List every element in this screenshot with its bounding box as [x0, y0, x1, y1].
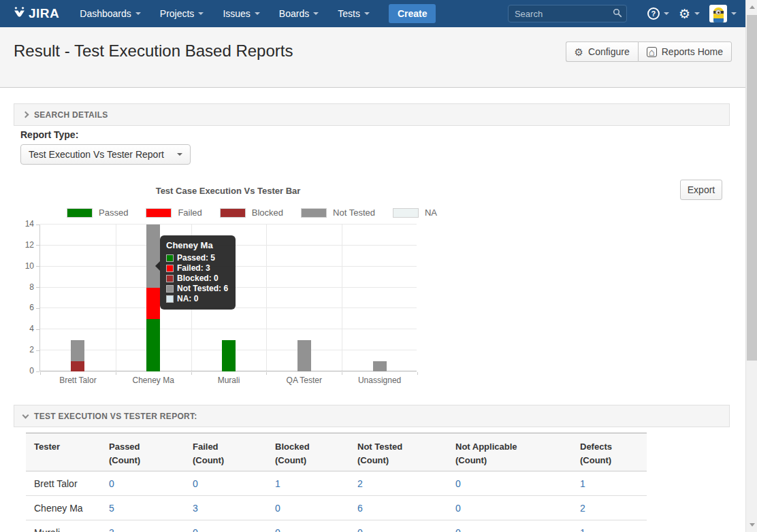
count-link[interactable]: 2: [580, 503, 585, 514]
x-axis-tick: [266, 372, 267, 375]
count-link[interactable]: 6: [357, 503, 363, 514]
nav-item-dashboards[interactable]: Dashboards: [70, 0, 150, 27]
not-tested-swatch: [301, 208, 327, 218]
x-axis-category-label: QA Tester: [266, 376, 342, 385]
count-link[interactable]: 3: [193, 503, 198, 514]
tooltip-arrow-icon: [155, 261, 160, 271]
export-button[interactable]: Export: [680, 180, 722, 200]
report-type-select[interactable]: Test Execution Vs Tester Report: [20, 144, 191, 165]
column-header-tester: Tester: [26, 433, 101, 471]
configure-button[interactable]: ⚙ Configure: [566, 41, 638, 62]
bar-segment-failed[interactable]: [146, 288, 160, 319]
legend-item-blocked[interactable]: Blocked: [220, 207, 283, 218]
legend-label: Blocked: [252, 207, 283, 218]
legend-item-passed[interactable]: Passed: [67, 207, 128, 218]
gear-icon: ⚙: [575, 47, 583, 57]
scrollbar-thumb[interactable]: [747, 15, 757, 361]
y-axis-tick: [36, 371, 39, 372]
nav-item-label: Boards: [279, 8, 309, 19]
x-axis-category-label: Brett Talor: [40, 376, 116, 385]
chevron-down-icon: [664, 12, 669, 15]
count-link[interactable]: 2: [357, 478, 363, 489]
count-link[interactable]: 3: [109, 527, 114, 532]
blocked-swatch: [220, 208, 246, 218]
search-icon[interactable]: [613, 8, 622, 20]
y-axis-tick-label: 0: [14, 366, 34, 376]
count-link[interactable]: 5: [109, 503, 114, 514]
bar-segment-passed[interactable]: [146, 319, 160, 371]
bar-segment-blocked[interactable]: [71, 361, 84, 371]
tester-name: Cheney Ma: [26, 496, 101, 520]
count-link[interactable]: 0: [275, 503, 280, 514]
gridline-v: [266, 225, 267, 371]
tooltip-row: Not Tested: 6: [166, 284, 228, 294]
na-swatch: [166, 295, 174, 303]
y-axis-tick: [36, 308, 39, 309]
count-link[interactable]: 0: [109, 478, 114, 489]
y-axis-tick-label: 6: [14, 303, 34, 312]
count-link[interactable]: 0: [455, 503, 461, 514]
blocked-swatch: [166, 275, 174, 282]
bar-segment-not-tested[interactable]: [297, 340, 311, 371]
quick-search: [508, 5, 627, 22]
nav-item-boards[interactable]: Boards: [270, 0, 328, 27]
count-link[interactable]: 0: [455, 478, 461, 489]
report-type-value: Test Execution Vs Tester Report: [29, 149, 164, 160]
help-icon: ?: [647, 7, 660, 20]
admin-menu[interactable]: ⚙: [679, 7, 700, 20]
column-header-blocked: Blocked(Count): [267, 433, 349, 471]
count-link[interactable]: 1: [580, 527, 585, 532]
column-header-defects: Defects(Count): [572, 433, 647, 471]
tooltip-row: Passed: 5: [166, 253, 228, 263]
table-header-row: Tester Passed(Count) Failed(Count) Block…: [26, 433, 647, 471]
nav-item-projects[interactable]: Projects: [150, 0, 214, 27]
chevron-down-icon: [731, 12, 737, 15]
create-button[interactable]: Create: [389, 4, 436, 23]
count-link[interactable]: 0: [275, 527, 280, 532]
failed-swatch: [166, 265, 174, 272]
page-title: Result - Test Execution Based Reports: [14, 41, 293, 61]
bar-segment-not-tested[interactable]: [373, 361, 387, 371]
bar-segment-passed[interactable]: [222, 340, 236, 371]
search-details-toggle[interactable]: SEARCH DETAILS: [14, 103, 730, 126]
bar-segment-not-tested[interactable]: [146, 225, 160, 288]
home-icon: ⌂: [647, 47, 657, 57]
nav-item-tests[interactable]: Tests: [328, 0, 379, 27]
y-axis-tick-label: 2: [14, 345, 34, 354]
x-axis-tick: [342, 372, 342, 375]
help-menu[interactable]: ?: [647, 7, 669, 20]
column-header-not-tested: Not Tested(Count): [349, 433, 447, 471]
top-navbar: JIRA Dashboards Projects Issues Boards T…: [0, 0, 757, 27]
navbar-left: JIRA Dashboards Projects Issues Boards T…: [0, 0, 436, 27]
chevron-down-icon: [694, 12, 700, 15]
report-section-toggle[interactable]: TEST EXECUTION VS TESTER REPORT:: [14, 405, 730, 427]
count-link[interactable]: 1: [275, 478, 280, 489]
legend-item-not-tested[interactable]: Not Tested: [301, 207, 375, 218]
legend-label: NA: [425, 207, 437, 218]
jira-logo[interactable]: JIRA: [12, 5, 59, 22]
count-link[interactable]: 0: [193, 478, 198, 489]
chevron-down-icon: [198, 12, 204, 15]
jira-logo-icon: [12, 5, 27, 22]
passed-swatch: [166, 254, 174, 262]
reports-home-button[interactable]: ⌂ Reports Home: [638, 41, 732, 62]
nav-item-issues[interactable]: Issues: [213, 0, 269, 27]
y-axis-tick-label: 4: [14, 324, 34, 333]
table-row: Cheney Ma 5 3 0 6 0 2: [26, 496, 647, 520]
legend-item-na[interactable]: NA: [393, 207, 437, 218]
count-link[interactable]: 0: [357, 527, 363, 532]
y-axis-tick: [36, 350, 39, 351]
count-link[interactable]: 0: [455, 527, 461, 532]
gridline-h: [40, 329, 417, 329]
count-link[interactable]: 0: [193, 527, 198, 532]
y-axis-tick-label: 8: [14, 282, 34, 292]
scroll-down-button[interactable]: [746, 519, 757, 531]
user-menu[interactable]: [709, 5, 737, 22]
table-row: Brett Talor 0 0 1 2 0 1: [26, 471, 647, 496]
legend-item-failed[interactable]: Failed: [146, 207, 202, 218]
count-link[interactable]: 1: [580, 478, 585, 489]
bar-segment-not-tested[interactable]: [71, 340, 84, 361]
vertical-scrollbar[interactable]: [745, 0, 757, 532]
search-input[interactable]: [508, 5, 627, 22]
scroll-up-button[interactable]: [746, 1, 757, 13]
